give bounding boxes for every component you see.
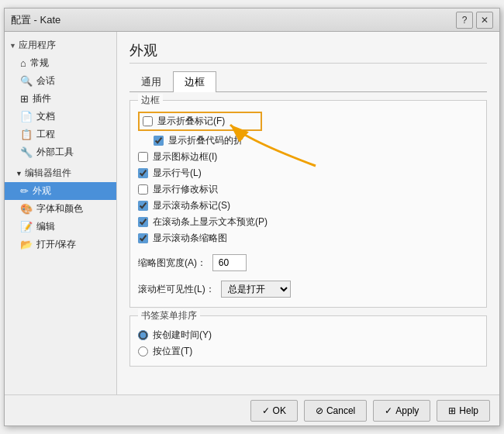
sidebar-item-plugins-label: 插件 xyxy=(33,92,51,105)
checkbox-icon-border[interactable] xyxy=(138,152,148,162)
title-controls: ? ✕ xyxy=(456,12,493,29)
checkbox-line-numbers-label: 显示行号(L) xyxy=(153,167,202,180)
checkbox-scroll-minimap[interactable] xyxy=(138,233,148,243)
sidebar-item-ext-tools-label: 外部工具 xyxy=(36,146,74,159)
tab-general-label: 通用 xyxy=(141,76,161,88)
window-title: 配置 - Kate xyxy=(11,13,60,27)
checkbox-fold-code[interactable] xyxy=(154,136,164,146)
help-icon: ⊞ xyxy=(448,405,456,416)
panel-title: 外观 xyxy=(129,41,487,64)
sidebar: ▼ 应用程序 ⌂ 常规 🔍 会话 ⊞ 插件 📄 文档 xyxy=(5,32,117,394)
cancel-label: Cancel xyxy=(326,405,355,416)
cancel-icon: ⊘ xyxy=(316,405,323,416)
minimap-width-spinner xyxy=(212,254,247,271)
sidebar-item-editing[interactable]: 📝 编辑 xyxy=(5,218,116,236)
checkbox-text-preview-label: 在滚动条上显示文本预览(P) xyxy=(153,215,268,229)
apply-label: Apply xyxy=(395,405,419,416)
apply-button[interactable]: ✓ Apply xyxy=(373,400,430,422)
main-window: 配置 - Kate ? ✕ ▼ 应用程序 ⌂ 常规 🔍 会话 xyxy=(4,8,500,426)
bookmark-legend: 书签菜单排序 xyxy=(138,309,200,322)
sidebar-item-general-label: 常规 xyxy=(30,57,49,70)
ok-icon: ✓ xyxy=(262,405,270,416)
sidebar-item-docs-label: 文档 xyxy=(36,110,55,123)
bookmark-fieldset: 书签菜单排序 按创建时间(Y) 按位置(T) xyxy=(129,315,487,367)
checkbox-fold-code-row: 显示折叠代码的折 xyxy=(138,133,478,149)
content-area: ▼ 应用程序 ⌂ 常规 🔍 会话 ⊞ 插件 📄 文档 xyxy=(5,32,499,394)
sidebar-section-editor: ▼ 编辑器组件 ✏ 外观 🎨 字体和颜色 📝 编辑 📂 打开/保存 xyxy=(5,163,116,255)
checkbox-line-numbers-row: 显示行号(L) xyxy=(138,165,478,181)
plugin-icon: ⊞ xyxy=(20,93,29,105)
radio-sort-pos-row: 按位置(T) xyxy=(138,343,478,360)
doc-icon: 📄 xyxy=(20,111,33,122)
arrow-icon2: ▼ xyxy=(16,170,22,177)
help-label: Help xyxy=(459,405,478,416)
sidebar-item-ext-tools[interactable]: 🔧 外部工具 xyxy=(5,143,116,161)
checkbox-fold-code-label: 显示折叠代码的折 xyxy=(168,134,243,147)
checkbox-scroll-markers-row: 显示滚动条标记(S) xyxy=(138,198,478,214)
checkbox-text-preview[interactable] xyxy=(138,217,148,227)
radio-sort-time-label: 按创建时间(Y) xyxy=(153,329,212,342)
search-icon: 🔍 xyxy=(20,75,33,87)
palette-icon: 🎨 xyxy=(20,203,33,215)
main-panel: 外观 通用 边框 边框 显示折叠标记(F) xyxy=(117,32,499,394)
close-title-btn[interactable]: ✕ xyxy=(476,12,493,29)
ok-label: OK xyxy=(273,405,286,416)
sidebar-item-open-save[interactable]: 📂 打开/保存 xyxy=(5,236,116,253)
sidebar-item-editing-label: 编辑 xyxy=(36,220,55,233)
sidebar-item-projects[interactable]: 📋 工程 xyxy=(5,126,116,143)
checkbox-line-numbers[interactable] xyxy=(138,168,148,178)
checkbox-line-mod-label: 显示行修改标识 xyxy=(153,183,218,196)
scrollbar-visibility-label: 滚动栏可见性(L)： xyxy=(138,283,215,296)
radio-sort-time[interactable] xyxy=(138,330,148,340)
minimap-width-label: 缩略图宽度(A)： xyxy=(138,257,206,270)
radio-sort-pos[interactable] xyxy=(138,346,148,356)
help-title-btn[interactable]: ? xyxy=(456,12,473,29)
title-bar: 配置 - Kate ? ✕ xyxy=(5,9,499,32)
sidebar-group-editor[interactable]: ▼ 编辑器组件 xyxy=(5,164,116,182)
tool-icon: 🔧 xyxy=(20,146,33,158)
checkbox-fold-markers-row: 显示折叠标记(F) xyxy=(138,112,262,131)
sidebar-section-app: ▼ 应用程序 ⌂ 常规 🔍 会话 ⊞ 插件 📄 文档 xyxy=(5,35,116,163)
sidebar-item-general[interactable]: ⌂ 常规 xyxy=(5,54,116,72)
checkbox-scroll-markers[interactable] xyxy=(138,201,148,211)
cancel-button[interactable]: ⊘ Cancel xyxy=(304,400,367,422)
scrollbar-visibility-select[interactable]: 总是打开 自动 总是关闭 xyxy=(221,281,291,298)
checkbox-line-mod-row: 显示行修改标识 xyxy=(138,181,478,198)
sidebar-group-app-label: 应用程序 xyxy=(19,39,56,52)
scrollbar-visibility-row: 滚动栏可见性(L)： 总是打开 自动 总是关闭 xyxy=(138,277,478,301)
checkbox-icon-border-row: 显示图标边框(I) xyxy=(138,149,478,165)
folder-icon: 📂 xyxy=(20,239,33,250)
checkbox-scroll-minimap-row: 显示滚动条缩略图 xyxy=(138,230,478,246)
minimap-width-row: 缩略图宽度(A)： xyxy=(138,251,478,274)
appearance-icon: ✏ xyxy=(20,185,29,197)
tab-border[interactable]: 边框 xyxy=(173,71,216,92)
checkbox-text-preview-row: 在滚动条上显示文本预览(P) xyxy=(138,214,478,230)
tab-general[interactable]: 通用 xyxy=(129,71,173,92)
help-button[interactable]: ⊞ Help xyxy=(437,400,490,422)
border-legend: 边框 xyxy=(138,94,163,107)
project-icon: 📋 xyxy=(20,129,33,140)
sidebar-group-editor-label: 编辑器组件 xyxy=(25,167,71,180)
ok-button[interactable]: ✓ OK xyxy=(250,400,298,422)
sidebar-item-projects-label: 工程 xyxy=(36,128,55,141)
checkbox-line-mod[interactable] xyxy=(138,184,148,195)
radio-sort-time-row: 按创建时间(Y) xyxy=(138,327,478,343)
sidebar-group-app[interactable]: ▼ 应用程序 xyxy=(5,36,116,54)
bottom-bar: ✓ OK ⊘ Cancel ✓ Apply ⊞ Help xyxy=(5,394,499,425)
home-icon: ⌂ xyxy=(20,57,26,69)
sidebar-item-appearance[interactable]: ✏ 外观 xyxy=(5,182,116,200)
border-fieldset: 边框 显示折叠标记(F) 显示折叠代码的折 显示图标边框(I) xyxy=(129,100,487,308)
radio-sort-pos-label: 按位置(T) xyxy=(153,345,192,358)
minimap-width-input[interactable] xyxy=(212,254,247,271)
sidebar-item-docs[interactable]: 📄 文档 xyxy=(5,108,116,126)
sidebar-item-fonts-colors[interactable]: 🎨 字体和颜色 xyxy=(5,200,116,218)
sidebar-item-plugins[interactable]: ⊞ 插件 xyxy=(5,90,116,108)
tab-border-label: 边框 xyxy=(185,76,205,88)
sidebar-item-sessions[interactable]: 🔍 会话 xyxy=(5,72,116,90)
checkbox-scroll-markers-label: 显示滚动条标记(S) xyxy=(153,199,230,212)
arrow-icon: ▼ xyxy=(9,42,16,50)
sidebar-item-open-save-label: 打开/保存 xyxy=(36,238,76,251)
checkbox-fold-markers[interactable] xyxy=(143,116,153,126)
apply-icon: ✓ xyxy=(385,405,392,416)
main-panel-inner: 边框 显示折叠标记(F) 显示折叠代码的折 显示图标边框(I) xyxy=(129,100,487,385)
